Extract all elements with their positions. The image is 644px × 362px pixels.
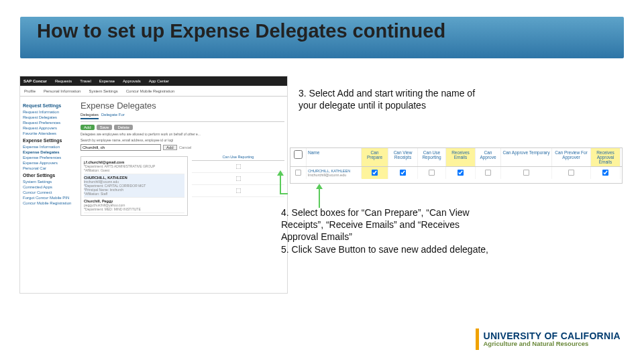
delegate-permissions-table: Name Can Prepare Can View Receipts Can U… (290, 147, 623, 184)
footer-division: Agriculture and Natural Resources (483, 341, 621, 347)
can-approve-checkbox[interactable] (485, 170, 491, 176)
cb-row-1[interactable] (235, 164, 241, 170)
cancel-link[interactable]: Cancel (179, 145, 192, 149)
can-approve-temporary-checkbox[interactable] (523, 170, 529, 176)
receives-approval-emails-checkbox[interactable] (602, 170, 608, 176)
concur-subnav: Profile Personal Information System Sett… (20, 86, 287, 97)
concur-sidebar: Request Settings Request Information Req… (20, 97, 78, 220)
cb-row-2[interactable] (235, 176, 241, 182)
search-dropdown: j.f.churchil@gmail.com *Department: ARTS… (80, 156, 188, 216)
footer-accent-bar (476, 328, 479, 350)
instruction-step-3: 3. Select Add and start writing the name… (299, 87, 480, 111)
add-small-button[interactable]: Add (163, 145, 177, 150)
can-use-reporting-checkbox[interactable] (429, 170, 435, 176)
add-button[interactable]: Add (80, 125, 95, 130)
receives-emails-checkbox[interactable] (458, 170, 464, 176)
delegate-search-input[interactable] (80, 144, 161, 151)
concur-screenshot: SAP Concur Requests Travel Expense Appro… (19, 76, 288, 294)
concur-heading: Expense Delegates (80, 101, 284, 111)
concur-tabs: Delegates Delegate For (80, 113, 284, 122)
can-view-receipts-checkbox[interactable] (400, 170, 406, 176)
footer-logo: UNIVERSITY OF CALIFORNIA Agriculture and… (476, 328, 621, 350)
can-prepare-checkbox[interactable] (372, 170, 378, 176)
can-preview-for-approver-checkbox[interactable] (568, 170, 574, 176)
arrow-connector-icon (280, 174, 281, 193)
page-title: How to set up Expense Delegates continue… (37, 20, 445, 42)
arrow-up-icon (319, 188, 320, 208)
table-select-all-checkbox[interactable] (294, 150, 303, 159)
save-button[interactable]: Save (97, 125, 113, 130)
instruction-steps-4-5: 4. Select boxes for “Can Prepare”, “Can … (281, 206, 489, 255)
delete-button[interactable]: Delete (114, 125, 132, 130)
arrow-connector-h-icon (280, 193, 288, 194)
concur-main: Expense Delegates Delegates Delegate For… (78, 97, 287, 220)
row-select-checkbox[interactable] (295, 170, 301, 176)
concur-brand: SAP Concur (23, 79, 47, 83)
dropdown-selected-row[interactable]: CHURCHILL, KATHLEEN lmchurchill@uconn.ed… (84, 174, 184, 198)
footer-university: UNIVERSITY OF CALIFORNIA (483, 331, 621, 341)
table-row: CHURCHILL, KATHLEEN lmchurchill@uconn.ed… (290, 167, 622, 179)
concur-topnav: SAP Concur Requests Travel Expense Appro… (20, 76, 287, 86)
cb-row-3[interactable] (235, 188, 241, 194)
